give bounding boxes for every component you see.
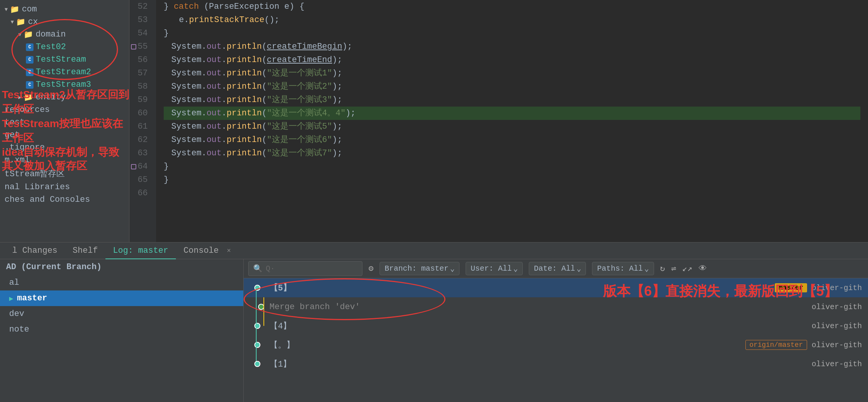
code-text: ( bbox=[262, 67, 267, 80]
commit-row-5[interactable]: 【5】 master oliver-gith bbox=[244, 278, 868, 297]
search-box[interactable]: 🔍 Q· bbox=[248, 261, 362, 276]
sidebar-item-label: tStream暂存区 bbox=[5, 168, 65, 179]
code-text: "这是一个测试1" bbox=[267, 67, 332, 80]
code-line-65: } bbox=[164, 173, 860, 187]
code-text: ( bbox=[262, 107, 267, 120]
sidebar-item-label: domain bbox=[35, 30, 65, 39]
code-line-55: System.out.println(createTimeBegin); bbox=[164, 40, 860, 53]
code-line-61: System.out.println("这是一个测试5"); bbox=[164, 120, 860, 133]
tag-origin: origin/master bbox=[745, 340, 807, 350]
code-text: System. bbox=[164, 40, 206, 53]
filter-branch[interactable]: Branch: master ⌄ bbox=[380, 262, 460, 275]
sidebar-item-mxml[interactable]: m.xml bbox=[0, 154, 129, 166]
sidebar-item-label: Test02 bbox=[36, 42, 66, 52]
sidebar-item-label: TestStream bbox=[36, 55, 86, 64]
settings-icon[interactable]: ⚙ bbox=[369, 263, 373, 274]
sidebar-item-cx[interactable]: ▼ 📁 cx bbox=[0, 16, 129, 28]
filter-user[interactable]: User: All ⌄ bbox=[466, 262, 523, 275]
fetch-icon[interactable]: ⇌ bbox=[671, 263, 676, 274]
code-area[interactable]: 52 53 54 55 56 57 58 59 60 61 62 63 64 6… bbox=[129, 0, 868, 242]
class-icon: C bbox=[26, 43, 34, 51]
tab-label: Console bbox=[183, 246, 219, 255]
sidebar-item-tstream-shelf[interactable]: tStream暂存区 bbox=[0, 166, 129, 181]
branch-item-dev[interactable]: dev bbox=[0, 306, 243, 322]
expand-arrow: ▶ bbox=[18, 94, 21, 100]
commit-author: oliver-gith bbox=[812, 341, 862, 349]
expand-arrow: ▼ bbox=[5, 6, 8, 13]
code-text: . bbox=[222, 93, 227, 107]
commit-row-origin[interactable]: 【。】 origin/master oliver-gith bbox=[244, 335, 868, 354]
sidebar-item-teststream2[interactable]: C TestStream2 bbox=[0, 66, 129, 78]
sidebar-item-teststream3[interactable]: C TestStream3 bbox=[0, 78, 129, 91]
code-line-62: System.out.println("这是一个测试6"); bbox=[164, 133, 860, 147]
pull-icon[interactable]: ↙↗ bbox=[682, 263, 692, 274]
sidebar-item-label: com bbox=[22, 5, 37, 14]
code-text: ); bbox=[332, 67, 342, 80]
code-text: e. bbox=[164, 13, 189, 27]
code-text: out bbox=[206, 107, 222, 120]
code-text: } bbox=[164, 173, 169, 187]
commit-row-4[interactable]: 【4】 oliver-gith bbox=[244, 316, 868, 335]
filter-date[interactable]: Date: All ⌄ bbox=[529, 262, 586, 275]
refresh-icon[interactable]: ↻ bbox=[660, 263, 665, 274]
bottom-tabs: l Changes Shelf Log: master Console × bbox=[0, 242, 868, 259]
commit-message: 【1】 bbox=[270, 358, 807, 370]
code-line-53: e.printStackTrace(); bbox=[164, 13, 860, 27]
code-text: (ParseException e) { bbox=[204, 0, 305, 13]
code-text: . bbox=[222, 120, 227, 133]
code-text: "这是一个测试4。4" bbox=[267, 107, 346, 120]
sidebar-item-label: TestStream3 bbox=[36, 80, 91, 89]
folder-icon: 📁 bbox=[24, 30, 33, 39]
tab-label: l Changes bbox=[12, 246, 57, 255]
code-text: println bbox=[227, 80, 262, 93]
chevron-down-icon: ⌄ bbox=[576, 264, 581, 273]
line-59: 59 bbox=[129, 93, 152, 107]
branch-item-note[interactable]: note bbox=[0, 322, 243, 337]
expand-arrow: ▼ bbox=[11, 19, 14, 25]
sidebar-item-test02[interactable]: C Test02 bbox=[0, 41, 129, 53]
close-icon[interactable]: × bbox=[227, 247, 231, 255]
filter-paths[interactable]: Paths: All ⌄ bbox=[592, 262, 654, 275]
branch-item-al[interactable]: al bbox=[0, 275, 243, 290]
tab-label: Log: master bbox=[113, 246, 168, 255]
sidebar-item-teststream[interactable]: C TestStream bbox=[0, 53, 129, 66]
commit-message: 【4】 bbox=[270, 320, 807, 332]
sidebar-item-com[interactable]: ▼ 📁 com bbox=[0, 3, 129, 16]
code-text: out bbox=[206, 67, 222, 80]
sidebar-item-entity[interactable]: ▶ 📁 entity bbox=[0, 91, 129, 104]
eye-icon[interactable]: 👁 bbox=[699, 263, 707, 274]
main-area: ▼ 📁 com ▼ 📁 cx ▼ 📁 domain C Test02 C Tes… bbox=[0, 0, 868, 242]
sidebar-item-domain[interactable]: ▼ 📁 domain bbox=[0, 28, 129, 41]
commit-row-1[interactable]: 【1】 oliver-gith bbox=[244, 354, 868, 373]
sidebar-item-libraries[interactable]: nal Libraries bbox=[0, 181, 129, 193]
editor: 52 53 54 55 56 57 58 59 60 61 62 63 64 6… bbox=[129, 0, 868, 242]
code-line-56: System.out.println(createTimeEnd); bbox=[164, 53, 860, 67]
sidebar-item-get[interactable]: get bbox=[0, 129, 129, 141]
commit-dot bbox=[254, 361, 260, 367]
tab-log-master[interactable]: Log: master bbox=[105, 243, 176, 259]
commit-row-merge[interactable]: Merge branch 'dev' oliver-gith bbox=[244, 297, 868, 316]
branch-item-master[interactable]: ▶ master bbox=[0, 290, 243, 306]
code-text: ); bbox=[332, 93, 342, 107]
sidebar-item-label: cx bbox=[28, 17, 38, 27]
sidebar-item-tignore[interactable]: .tignore bbox=[0, 141, 129, 154]
filter-branch-label: Branch: master bbox=[385, 264, 448, 273]
log-graph[interactable]: 【5】 master oliver-gith Merge branch 'dev… bbox=[244, 278, 868, 402]
search-placeholder: Q· bbox=[266, 264, 275, 273]
line-65: 65 bbox=[129, 173, 152, 187]
chevron-down-icon: ⌄ bbox=[513, 264, 518, 273]
tab-shelf[interactable]: Shelf bbox=[65, 243, 105, 259]
commit-dot bbox=[254, 323, 260, 329]
expand-arrow: ▼ bbox=[18, 32, 21, 38]
sidebar-item-resources[interactable]: resources bbox=[0, 104, 129, 116]
code-text: . bbox=[222, 80, 227, 93]
sidebar-item-scratches[interactable]: ches and Consoles bbox=[0, 193, 129, 206]
tab-console[interactable]: Console × bbox=[176, 243, 238, 259]
sidebar-item-test[interactable]: test bbox=[0, 116, 129, 129]
code-text: System. bbox=[164, 120, 206, 133]
code-text: ( bbox=[262, 147, 267, 160]
code-text: System. bbox=[164, 53, 206, 67]
tab-local-changes[interactable]: l Changes bbox=[5, 243, 65, 259]
code-text: out bbox=[206, 80, 222, 93]
code-text: } bbox=[164, 160, 169, 173]
